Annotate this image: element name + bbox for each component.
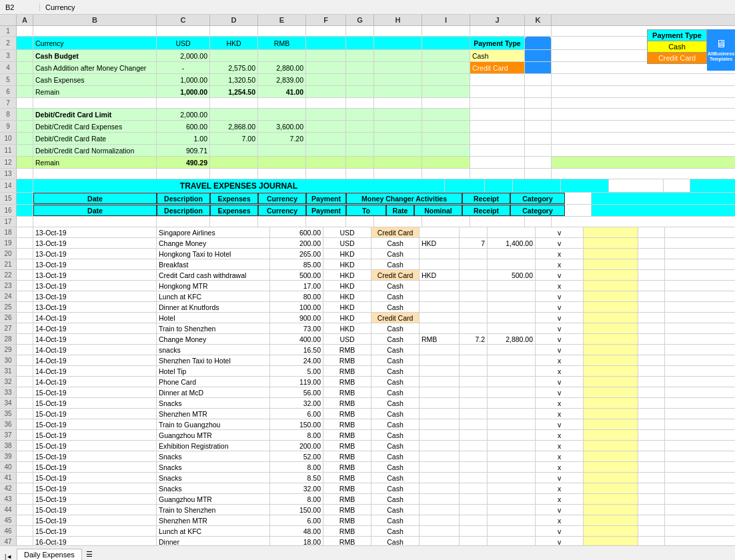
rownum-9: 9 <box>0 121 17 132</box>
cell-7g <box>346 98 374 108</box>
cell-20i-nom <box>488 249 536 259</box>
cell-46e-cur: RMB <box>323 526 372 536</box>
cell-22j-rec: v <box>536 270 584 280</box>
cell-19a <box>17 238 33 248</box>
cell-13b <box>33 169 157 179</box>
cell-24h-rate <box>460 291 488 301</box>
cell-31d-exp: 5.00 <box>270 366 323 376</box>
cell-47j-rec: v <box>536 537 584 545</box>
row-2: 2 Currency USD HKD RMB Payment Type <box>0 37 735 50</box>
cell-38a <box>17 441 33 451</box>
cell-43i-nom <box>488 494 536 504</box>
row-26: 26 14-Oct-19 Hotel 900.00 HKD Credit Car… <box>0 313 735 323</box>
cell-37a <box>17 430 33 440</box>
cell-12a <box>17 157 33 168</box>
credit-card-option[interactable]: Credit Card <box>647 53 707 64</box>
cell-30f-pay: Cash <box>372 355 420 365</box>
tab-nav-first[interactable]: |◄ <box>5 553 12 560</box>
cell-5g <box>346 74 374 85</box>
cell-13f <box>306 169 346 179</box>
cell-29b-date: 14-Oct-19 <box>33 345 157 355</box>
col-hdr-category: Category <box>510 193 565 204</box>
row-33: 33 15-Oct-19 Dinner at McD 56.00 RMB Cas… <box>0 387 735 398</box>
cell-45k-cat <box>584 515 638 525</box>
cell-32f-pay: Cash <box>372 377 420 387</box>
cell-41l <box>638 473 665 483</box>
add-sheet-button[interactable]: ☰ <box>83 549 95 560</box>
cell-13k <box>525 169 552 179</box>
cell-18h-rate <box>460 227 488 237</box>
cell-19l <box>638 238 665 248</box>
cell-45g-to <box>420 515 460 525</box>
cell-8i <box>422 109 470 120</box>
rownum-2: 2 <box>0 37 17 49</box>
cell-31e-cur: RMB <box>323 366 372 376</box>
cell-26k-cat <box>584 313 638 323</box>
cell-12b: Remain <box>33 157 157 168</box>
cell-34k-cat <box>584 398 638 408</box>
cell-7h <box>374 98 422 108</box>
cell-26i-nom <box>488 313 536 323</box>
cell-12g <box>346 157 374 168</box>
cell-36g-to <box>420 419 460 429</box>
cell-44k-cat <box>584 505 638 515</box>
cell-33e-cur: RMB <box>323 387 372 397</box>
cell-37h-rate <box>460 430 488 440</box>
cell-42h-rate <box>460 483 488 493</box>
spreadsheet: B2 Currency A B C D E F G H I J K 1 <box>0 0 735 560</box>
cell-44h-rate <box>460 505 488 515</box>
cell-5d: 1,320.50 <box>210 74 258 85</box>
cell-1f <box>306 26 346 36</box>
cell-18i-nom <box>488 227 536 237</box>
cell-1b <box>33 26 157 36</box>
cell-17g <box>346 217 374 227</box>
cell-14-journal-title: TRAVEL EXPENSES JOURNAL <box>33 179 445 192</box>
row-27: 27 14-Oct-19 Train to Shenzhen 73.00 HKD… <box>0 323 735 334</box>
cell-47l <box>638 537 665 545</box>
col-header-j: J <box>470 15 525 25</box>
cash-option[interactable]: Cash <box>647 41 707 53</box>
cell-14j <box>609 179 664 192</box>
cell-43g-to <box>420 494 460 504</box>
cell-23k-cat <box>584 281 638 291</box>
row-41: 41 15-Oct-19 Snacks 8.50 RMB Cash v <box>0 473 735 483</box>
cell-39i-nom <box>488 451 536 461</box>
cell-35d-exp: 6.00 <box>270 409 323 419</box>
col-header-d: D <box>210 15 258 25</box>
row-1: 1 <box>0 26 735 37</box>
cell-45a <box>17 515 33 525</box>
cell-45d-exp: 6.00 <box>270 515 323 525</box>
cell-42e-cur: RMB <box>323 483 372 493</box>
cell-45b-date: 15-Oct-19 <box>33 515 157 525</box>
cell-42b-date: 15-Oct-19 <box>33 483 157 493</box>
sheet-tab-daily-expenses[interactable]: Daily Expenses <box>17 549 82 560</box>
cell-7e <box>258 98 306 108</box>
cell-28h-rate: 7.2 <box>460 334 488 344</box>
cell-35l <box>638 409 665 419</box>
cell-7k <box>525 98 552 108</box>
cell-43b-date: 15-Oct-19 <box>33 494 157 504</box>
cell-39f-pay: Cash <box>372 451 420 461</box>
cell-29g-to <box>420 345 460 355</box>
cell-20c-desc: Hongkong Taxi to Hotel <box>157 249 270 259</box>
rownum-8: 8 <box>0 109 17 120</box>
cell-19b-date: 13-Oct-19 <box>33 238 157 248</box>
cell-27j-rec: v <box>536 323 584 333</box>
cell-12e <box>258 157 306 168</box>
cell-12k <box>525 157 552 168</box>
cell-43j-rec: x <box>536 494 584 504</box>
cell-6g <box>346 86 374 97</box>
cell-35e-cur: RMB <box>323 409 372 419</box>
row-5: 5 Cash Expenses 1,000.00 1,320.50 2,839.… <box>0 74 735 86</box>
cell-39a <box>17 451 33 461</box>
cell-42k-cat <box>584 483 638 493</box>
cell-38e-cur: RMB <box>323 441 372 451</box>
cell-34c-desc: Snacks <box>157 398 270 408</box>
cell-17h <box>374 217 422 227</box>
cell-35f-pay: Cash <box>372 409 420 419</box>
cell-26b-date: 14-Oct-19 <box>33 313 157 323</box>
cell-1c <box>157 26 210 36</box>
cell-25g-to <box>420 302 460 312</box>
rownum-14: 14 <box>0 179 17 192</box>
cell-37j-rec: x <box>536 430 584 440</box>
